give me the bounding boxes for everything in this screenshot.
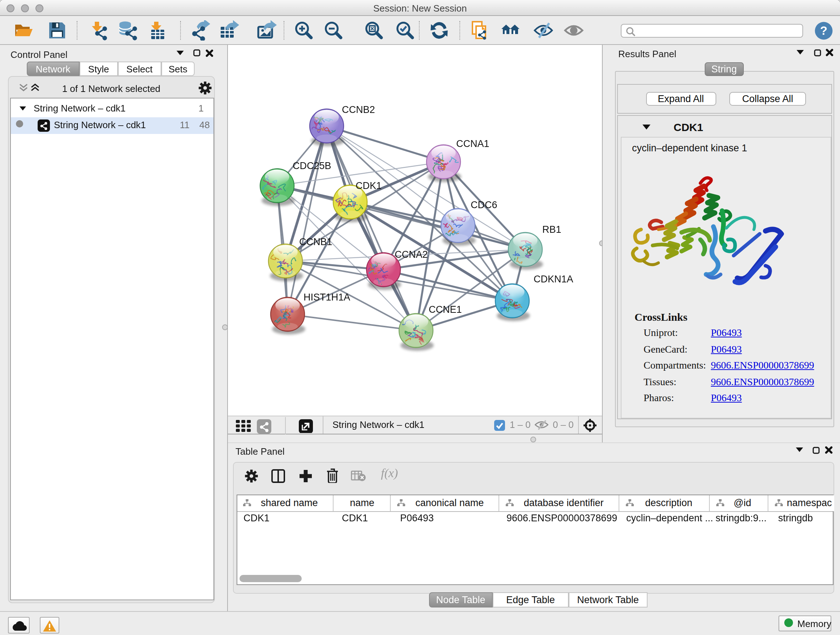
svg-text:CCNA2: CCNA2 [394, 249, 428, 260]
svg-text:CDC6: CDC6 [470, 199, 497, 210]
svg-text:CDK1: CDK1 [355, 180, 381, 191]
svg-text:CCNB2: CCNB2 [341, 104, 375, 115]
svg-text:CCNE1: CCNE1 [428, 304, 462, 315]
svg-text:HIST1H1A: HIST1H1A [303, 291, 350, 302]
svg-text:?: ? [820, 24, 827, 37]
svg-text:CCNB1: CCNB1 [299, 236, 332, 247]
svg-text:RB1: RB1 [542, 224, 561, 234]
svg-text:CCNA1: CCNA1 [456, 138, 489, 149]
svg-text:CDKN1A: CDKN1A [533, 273, 573, 284]
svg-text:CDC25B: CDC25B [292, 160, 331, 171]
